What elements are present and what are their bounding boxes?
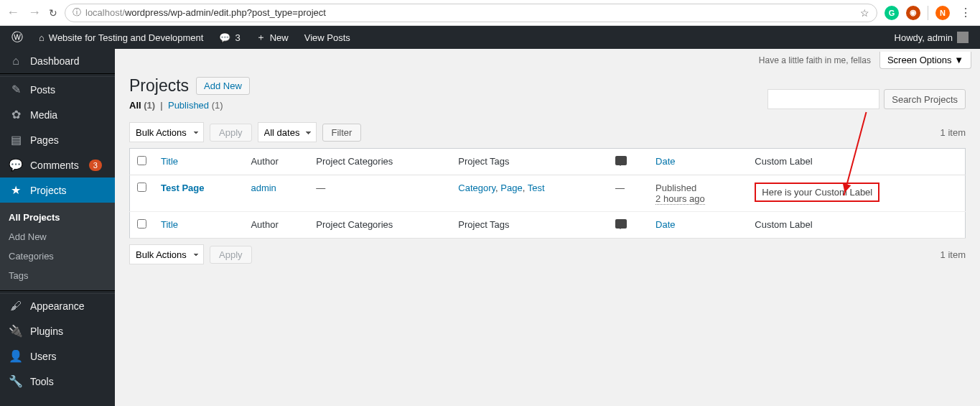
menu-label: Plugins: [30, 326, 63, 337]
menu-comments[interactable]: 💬Comments3: [0, 152, 115, 177]
tag-link[interactable]: Page: [500, 183, 522, 193]
comment-icon[interactable]: [615, 156, 627, 165]
divider: [928, 6, 928, 20]
apply-button-bottom[interactable]: Apply: [210, 246, 252, 264]
menu-pages[interactable]: ▤Pages: [0, 127, 115, 152]
media-icon: ✿: [9, 108, 23, 121]
extension-c-icon[interactable]: ◉: [906, 6, 920, 20]
submenu-categories[interactable]: Categories: [0, 246, 115, 266]
table-row: Test Page admin — Category, Page, Test —…: [130, 175, 966, 212]
howdy-text: Howdy, admin: [895, 32, 953, 43]
browser-menu-icon[interactable]: ⋮: [957, 6, 974, 19]
row-author-link[interactable]: admin: [251, 183, 276, 193]
menu-media[interactable]: ✿Media: [0, 102, 115, 127]
dashboard-icon: ⌂: [9, 55, 23, 68]
adminbar-comments[interactable]: 💬3: [213, 26, 246, 49]
col-custom-label: Custom Label: [747, 149, 965, 175]
col-date-foot[interactable]: Date: [655, 219, 675, 230]
comment-icon: 💬: [9, 158, 23, 172]
custom-label-value: Here is your Custom Label: [755, 183, 879, 202]
filter-all[interactable]: All (1): [129, 100, 155, 111]
filter-published[interactable]: Published (1): [168, 100, 223, 111]
row-tags: Category, Page, Test: [451, 175, 608, 212]
col-date[interactable]: Date: [655, 156, 675, 167]
row-comments: —: [608, 175, 648, 212]
row-checkbox[interactable]: [137, 183, 146, 192]
row-title-link[interactable]: Test Page: [161, 183, 204, 193]
forward-icon[interactable]: →: [27, 5, 42, 20]
submenu-all-projects[interactable]: All Projects: [0, 208, 115, 227]
menu-plugins[interactable]: 🔌Plugins: [0, 318, 115, 343]
pin-icon: ✎: [9, 83, 23, 96]
adminbar-view-posts[interactable]: View Posts: [299, 26, 356, 49]
menu-label: Posts: [30, 84, 55, 96]
col-title-foot[interactable]: Title: [161, 219, 178, 230]
reload-icon[interactable]: ↻: [49, 7, 57, 19]
dates-select[interactable]: All dates: [258, 122, 317, 142]
admin-sidebar: ⌂Dashboard ✎Posts ✿Media ▤Pages 💬Comment…: [0, 49, 115, 406]
bulk-actions-select[interactable]: Bulk Actions: [129, 122, 204, 142]
plus-icon: ＋: [256, 31, 266, 44]
col-categories: Project Categories: [309, 149, 451, 175]
profile-icon[interactable]: N: [935, 6, 950, 20]
menu-tools[interactable]: 🔧Tools: [0, 369, 115, 394]
select-all-checkbox[interactable]: [137, 156, 146, 165]
menu-posts[interactable]: ✎Posts: [0, 77, 115, 102]
adminbar-new[interactable]: ＋New: [251, 26, 294, 49]
menu-label: Users: [30, 351, 57, 362]
col-author-foot: Author: [243, 212, 309, 239]
menu-label: Media: [30, 109, 57, 121]
site-name: Website for Testing and Development: [49, 32, 204, 43]
search-input[interactable]: [767, 89, 879, 109]
add-new-button[interactable]: Add New: [196, 77, 250, 95]
site-link[interactable]: ⌂Website for Testing and Development: [33, 26, 209, 49]
menu-label: Tools: [30, 376, 54, 387]
user-icon: 👤: [9, 349, 23, 363]
browser-toolbar: ← → ↻ ⓘ localhost/wordpress/wp-admin/edi…: [0, 0, 980, 26]
wp-logo[interactable]: ⓦ: [6, 26, 29, 49]
bulk-actions-select-bottom[interactable]: Bulk Actions: [129, 244, 204, 264]
wordpress-icon: ⓦ: [11, 30, 23, 45]
submenu-tags[interactable]: Tags: [0, 266, 115, 285]
avatar-icon: [957, 32, 969, 43]
menu-projects[interactable]: ★Projects: [0, 177, 115, 203]
info-icon: ⓘ: [73, 6, 81, 19]
submenu-projects: All Projects Add New Categories Tags: [0, 203, 115, 290]
col-custom-label-foot: Custom Label: [747, 212, 965, 239]
wrench-icon: 🔧: [9, 374, 23, 388]
select-all-checkbox-bottom[interactable]: [137, 219, 146, 229]
submenu-add-new[interactable]: Add New: [0, 227, 115, 246]
col-tags-foot: Project Tags: [451, 212, 608, 239]
menu-users[interactable]: 👤Users: [0, 343, 115, 369]
main-content: Have a little faith in me, fellas Screen…: [115, 49, 980, 406]
tag-link[interactable]: Test: [528, 183, 545, 193]
apply-button[interactable]: Apply: [210, 124, 252, 142]
new-label: New: [270, 32, 289, 43]
menu-label: Appearance: [30, 300, 85, 312]
tablenav-bottom: Bulk Actions Apply 1 item: [115, 239, 980, 270]
menu-label: Projects: [30, 185, 67, 196]
view-posts-label: View Posts: [304, 32, 350, 43]
menu-appearance[interactable]: 🖌Appearance: [0, 294, 115, 318]
tagline: Have a little faith in me, fellas: [759, 55, 871, 65]
pages-icon: ▤: [9, 133, 23, 147]
wp-adminbar: ⓦ ⌂Website for Testing and Development 💬…: [0, 26, 980, 49]
col-title[interactable]: Title: [161, 156, 178, 167]
tag-link[interactable]: Category: [458, 183, 495, 193]
menu-label: Dashboard: [30, 55, 80, 67]
menu-label: Comments: [30, 160, 79, 171]
extension-g-icon[interactable]: G: [885, 6, 899, 20]
menu-dashboard[interactable]: ⌂Dashboard: [0, 49, 115, 73]
col-tags: Project Tags: [451, 149, 608, 175]
bookmark-icon[interactable]: ☆: [860, 7, 869, 19]
adminbar-account[interactable]: Howdy, admin: [889, 26, 974, 49]
plug-icon: 🔌: [9, 324, 23, 338]
col-categories-foot: Project Categories: [309, 212, 451, 239]
address-bar[interactable]: ⓘ localhost/wordpress/wp-admin/edit.php?…: [65, 4, 877, 22]
search-button[interactable]: Search Projects: [884, 89, 966, 109]
filter-button[interactable]: Filter: [322, 124, 362, 142]
screen-options-button[interactable]: Screen Options ▼: [879, 52, 971, 69]
back-icon[interactable]: ←: [6, 5, 20, 20]
page-title: Projects: [129, 76, 189, 96]
comment-icon[interactable]: [615, 219, 627, 229]
